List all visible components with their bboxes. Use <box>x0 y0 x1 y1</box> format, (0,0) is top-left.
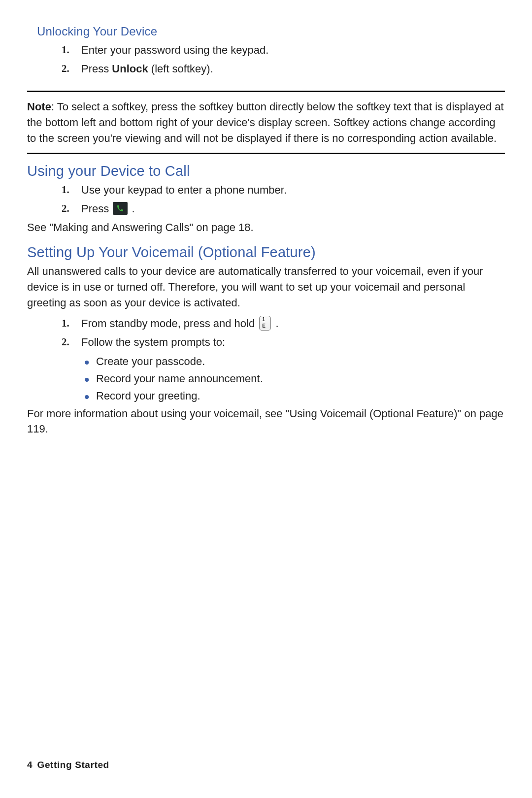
step-text: Follow the system prompts to: <box>81 336 225 348</box>
step-text-pre: From standby mode, press and hold <box>81 317 258 330</box>
unlock-steps: 1. Enter your password using the keypad.… <box>27 42 505 77</box>
step-text-pre: Press <box>81 202 112 215</box>
list-marker: 2. <box>62 334 69 349</box>
bullet-item: Create your passcode. <box>96 353 505 369</box>
note-label: Note <box>27 100 51 113</box>
cross-reference: See "Making and Answering Calls" on page… <box>27 220 505 235</box>
page-footer: 4Getting Started <box>27 760 109 770</box>
keypad-1-icon: 1E <box>259 316 271 331</box>
list-item: 1. Enter your password using the keypad. <box>81 42 505 58</box>
step-text: Enter your password using the keypad. <box>81 44 268 56</box>
key-top: 1 <box>262 316 265 324</box>
prompt-bullets: Create your passcode. Record your name a… <box>27 353 505 404</box>
list-marker: 2. <box>62 201 69 216</box>
list-item: 2. Follow the system prompts to: <box>81 334 505 350</box>
subsection-title-unlocking: Unlocking Your Device <box>37 25 505 38</box>
manual-page: Unlocking Your Device 1. Enter your pass… <box>0 0 532 437</box>
step-text: Use your keypad to enter a phone number. <box>81 184 287 196</box>
step-text-post: . <box>272 317 278 330</box>
list-item: 2. Press . <box>81 201 505 217</box>
list-marker: 1. <box>62 316 69 331</box>
chapter-name: Getting Started <box>37 760 109 770</box>
voicemail-intro: All unanswered calls to your device are … <box>27 264 505 311</box>
voicemail-steps: 1. From standby mode, press and hold 1E … <box>27 316 505 350</box>
list-marker: 1. <box>62 42 69 57</box>
call-steps: 1. Use your keypad to enter a phone numb… <box>27 182 505 217</box>
step-text-post: (left softkey). <box>148 63 213 75</box>
bullet-item: Record your greeting. <box>96 388 505 404</box>
call-button-icon <box>113 202 128 215</box>
section-title-voicemail: Setting Up Your Voicemail (Optional Feat… <box>27 244 505 261</box>
step-text-bold: Unlock <box>112 63 148 75</box>
note-body: : To select a softkey, press the softkey… <box>27 100 504 144</box>
cross-reference: For more information about using your vo… <box>27 406 505 437</box>
section-title-call: Using your Device to Call <box>27 163 505 179</box>
list-marker: 1. <box>62 182 69 197</box>
key-bottom: E <box>262 323 266 330</box>
note-text: Note: To select a softkey, press the sof… <box>27 99 505 146</box>
bullet-item: Record your name announcement. <box>96 370 505 387</box>
list-marker: 2. <box>62 61 69 76</box>
step-text-pre: Press <box>81 63 112 75</box>
page-number: 4 <box>27 760 33 770</box>
note-block: Note: To select a softkey, press the sof… <box>27 91 505 155</box>
list-item: 1. Use your keypad to enter a phone numb… <box>81 182 505 198</box>
step-text-post: . <box>129 202 134 215</box>
list-item: 1. From standby mode, press and hold 1E … <box>81 316 505 332</box>
list-item: 2. Press Unlock (left softkey). <box>81 61 505 77</box>
